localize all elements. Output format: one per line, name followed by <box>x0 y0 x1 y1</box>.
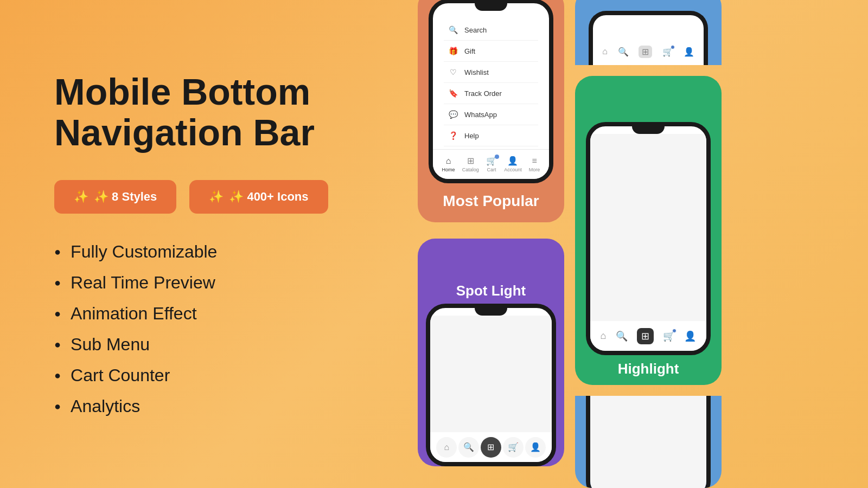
nav-account-2: 👤 <box>684 330 696 342</box>
highlight-label: Highlight <box>618 355 679 385</box>
menu-label: Gift <box>464 47 475 55</box>
main-title: Mobile Bottom Navigation Bar <box>54 72 358 153</box>
phone-content: 🔍 Search 🎁 Gift ♡ Wishlist 🔖 Track Order <box>433 3 549 179</box>
feature-text: Analytics <box>71 396 140 416</box>
cart-dot-2 <box>672 329 676 333</box>
nav-grid-icon: ⊞ <box>639 46 652 58</box>
card-highlight: ⌂ 🔍 ⊞ 🛒 👤 Highlight <box>575 76 722 385</box>
nav-grid-2: ⊞ <box>637 328 654 344</box>
nav-home: ⌂ Home <box>442 157 455 172</box>
nav-cart: 🛒 Cart <box>486 157 497 172</box>
circle-cart: 🛒 <box>503 437 524 458</box>
spotlight-label: Spot Light <box>456 276 526 304</box>
left-panel: Mobile Bottom Navigation Bar ✨ ✨ 8 Style… <box>0 0 412 488</box>
star-icon: ✨ <box>74 190 88 204</box>
feature-customizable: Fully Customizable <box>54 242 358 262</box>
phone-popular: 🔍 Search 🎁 Gift ♡ Wishlist 🔖 Track Order <box>429 0 553 183</box>
icons-badge[interactable]: ✨ ✨ 400+ Icons <box>189 180 328 214</box>
cart-badge <box>495 155 499 159</box>
phone-notch <box>475 3 507 11</box>
menu-item-whatsapp: 💬 WhatsApp <box>444 104 538 125</box>
popular-label: Most Popular <box>443 183 539 222</box>
star-icon-2: ✨ <box>209 190 224 204</box>
home-icon: ⌂ <box>446 157 451 165</box>
nav-home-2: ⌂ <box>601 330 607 342</box>
more-icon: ≡ <box>532 157 537 165</box>
menu-item-search: 🔍 Search <box>444 20 538 41</box>
feature-text: Animation Effect <box>71 304 196 324</box>
feature-text: Cart Counter <box>71 365 170 386</box>
phone-blue-bottom <box>586 396 711 488</box>
help-icon: ❓ <box>448 131 458 140</box>
icons-badge-label: ✨ 400+ Icons <box>229 190 308 204</box>
styles-badge-label: ✨ 8 Styles <box>94 190 157 204</box>
circle-account: 👤 <box>525 437 546 458</box>
card-blue-bottom <box>575 396 722 488</box>
phone-body-2 <box>590 134 706 321</box>
nav-catalog: ⊞ Catalog <box>462 157 479 172</box>
gray-area <box>590 396 706 488</box>
nav-search-icon: 🔍 <box>618 47 629 57</box>
circle-grid: ⊞ <box>481 437 501 458</box>
nav-account-icon: 👤 <box>684 47 694 57</box>
phone-blue-top: ⌂ 🔍 ⊞ 🛒 👤 <box>589 11 708 65</box>
phone-highlight: ⌂ 🔍 ⊞ 🛒 👤 <box>586 122 711 355</box>
menu-label: Wishlist <box>464 68 489 76</box>
feature-realtime: Real Time Preview <box>54 273 358 293</box>
cart-icon: 🛒 <box>486 157 497 165</box>
menu-label: Track Order <box>464 89 502 98</box>
nav-label: Account <box>504 167 522 172</box>
nav-cart-icon: 🛒 <box>662 47 673 57</box>
nav-search-2: 🔍 <box>616 330 628 342</box>
nav-label: Home <box>442 167 455 172</box>
account-icon: 👤 <box>507 157 518 165</box>
nav-label: Cart <box>487 167 496 172</box>
search-icon: 🔍 <box>448 25 458 35</box>
nav-label: More <box>529 167 540 172</box>
bottom-nav-circle: ⌂ 🔍 ⊞ 🛒 👤 <box>430 432 552 462</box>
circle-search: 🔍 <box>458 437 479 458</box>
nav-label: Catalog <box>462 167 479 172</box>
menu-label: WhatsApp <box>464 111 497 119</box>
bottom-nav-highlight: ⌂ 🔍 ⊞ 🛒 👤 <box>590 321 706 351</box>
feature-text: Fully Customizable <box>71 242 217 262</box>
feature-analytics: Analytics <box>54 396 358 416</box>
feature-animation: Animation Effect <box>54 304 358 324</box>
right-panel: 🔍 Search 🎁 Gift ♡ Wishlist 🔖 Track Order <box>412 0 868 488</box>
whatsapp-icon: 💬 <box>448 110 458 119</box>
nav-cart-2: 🛒 <box>663 330 675 342</box>
nav-account: 👤 Account <box>504 157 522 172</box>
feature-cart: Cart Counter <box>54 365 358 386</box>
bottom-nav-popular: ⌂ Home ⊞ Catalog 🛒 Cart 👤 <box>433 149 549 179</box>
catalog-icon: ⊞ <box>467 157 474 165</box>
heart-icon: ♡ <box>448 67 458 77</box>
menu-item-help: ❓ Help <box>444 125 538 146</box>
styles-badge[interactable]: ✨ ✨ 8 Styles <box>54 180 176 214</box>
phone-notch-2 <box>475 308 507 316</box>
menu-item-track: 🔖 Track Order <box>444 83 538 104</box>
nav-more: ≡ More <box>529 157 540 172</box>
cart-dot <box>671 45 675 49</box>
features-list: Fully Customizable Real Time Preview Ani… <box>54 242 358 416</box>
card-blue-top: ⌂ 🔍 ⊞ 🛒 👤 <box>575 0 722 65</box>
blue-nav: ⌂ 🔍 ⊞ 🛒 👤 <box>593 38 704 65</box>
menu-item-wishlist: ♡ Wishlist <box>444 62 538 83</box>
feature-text: Sub Menu <box>71 335 150 355</box>
menu-label: Search <box>464 26 487 34</box>
menu-item-gift: 🎁 Gift <box>444 41 538 62</box>
phone-body <box>430 316 552 432</box>
card-spotlight: Spot Light ⌂ 🔍 ⊞ 🛒 👤 <box>418 239 564 466</box>
badges-container: ✨ ✨ 8 Styles ✨ ✨ 400+ Icons <box>54 180 358 214</box>
phone-spotlight: ⌂ 🔍 ⊞ 🛒 👤 <box>426 304 556 466</box>
gift-icon: 🎁 <box>448 46 458 56</box>
feature-submenu: Sub Menu <box>54 335 358 355</box>
feature-text: Real Time Preview <box>71 273 215 293</box>
phone-notch-3 <box>632 126 665 134</box>
nav-home-icon: ⌂ <box>602 47 608 56</box>
bookmark-icon: 🔖 <box>448 88 458 98</box>
card-popular: 🔍 Search 🎁 Gift ♡ Wishlist 🔖 Track Order <box>418 0 564 222</box>
circle-home: ⌂ <box>436 437 457 458</box>
menu-label: Help <box>464 132 479 140</box>
